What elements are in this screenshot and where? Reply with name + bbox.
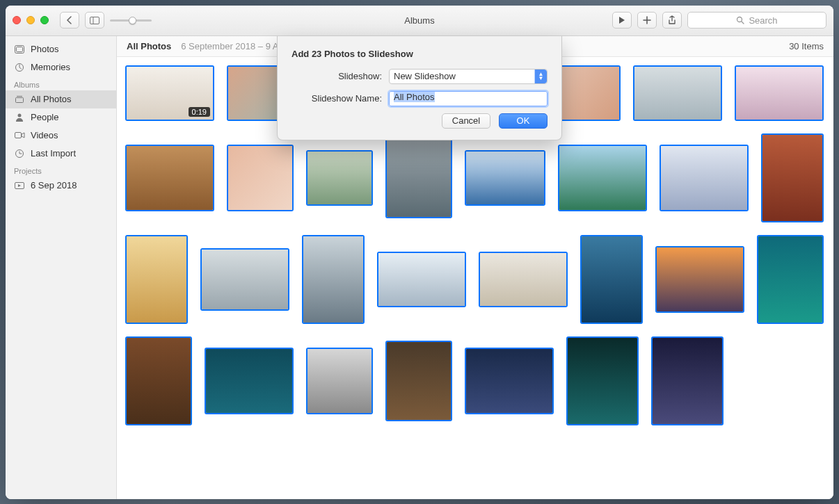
sidebar-toggle-button[interactable] — [85, 12, 104, 29]
photos-icon — [14, 44, 25, 55]
photo-thumbnail[interactable] — [655, 246, 744, 313]
photo-thumbnail[interactable] — [761, 133, 824, 222]
sidebar-item-project[interactable]: 6 Sep 2018 — [6, 177, 116, 195]
sidebar-item-memories[interactable]: Memories — [6, 58, 116, 76]
thumbnail-zoom-slider[interactable] — [110, 19, 152, 22]
svg-line-3 — [742, 22, 744, 24]
minimize-window-button[interactable] — [26, 16, 35, 24]
sidebar-item-label: 6 Sep 2018 — [31, 180, 77, 190]
photo-thumbnail[interactable] — [660, 145, 749, 211]
svg-rect-9 — [15, 133, 21, 138]
slideshow-icon — [14, 180, 25, 191]
photo-thumbnail[interactable] — [125, 336, 192, 425]
cancel-button-label: Cancel — [452, 115, 480, 126]
photo-thumbnail[interactable] — [566, 336, 639, 425]
svg-rect-7 — [16, 97, 24, 102]
clock-icon — [14, 148, 25, 159]
stack-icon — [14, 94, 25, 105]
zoom-window-button[interactable] — [40, 16, 49, 24]
svg-point-8 — [18, 113, 22, 117]
memories-icon — [14, 62, 25, 73]
sidebar-item-label: Videos — [31, 130, 58, 140]
sidebar-item-label: Memories — [31, 62, 70, 72]
photo-thumbnail[interactable] — [735, 65, 824, 121]
photo-thumbnail[interactable] — [302, 235, 365, 324]
photo-thumbnail[interactable] — [205, 348, 294, 414]
photo-thumbnail[interactable]: 0:19 — [125, 65, 214, 121]
ok-button-label: OK — [517, 115, 530, 126]
photo-thumbnail[interactable] — [465, 348, 554, 414]
sidebar-item-people[interactable]: People — [6, 108, 116, 127]
photo-thumbnail[interactable] — [377, 252, 466, 307]
cancel-button[interactable]: Cancel — [442, 113, 490, 129]
photo-thumbnail[interactable] — [125, 145, 214, 211]
photo-thumbnail[interactable] — [580, 235, 643, 324]
ok-button[interactable]: OK — [499, 113, 548, 129]
slideshow-select-label: Slideshow: — [291, 71, 382, 81]
slideshow-name-value: All Photos — [394, 92, 435, 102]
person-icon — [14, 112, 25, 123]
app-window: Albums Search Photos — [6, 6, 833, 499]
duration-badge: 0:19 — [189, 107, 210, 117]
photo-thumbnail[interactable] — [651, 336, 724, 425]
video-icon — [14, 130, 25, 141]
sidebar-item-all-photos[interactable]: All Photos — [6, 90, 116, 108]
slideshow-name-label: Slideshow Name: — [291, 93, 382, 104]
photo-thumbnail[interactable] — [633, 65, 722, 121]
titlebar: Albums Search — [6, 6, 833, 36]
content-item-count: 30 Items — [789, 41, 824, 51]
sidebar: Photos Memories Albums All Photos People — [6, 36, 117, 499]
search-input[interactable]: Search — [687, 12, 826, 29]
sidebar-icon — [90, 17, 99, 24]
chevron-left-icon — [66, 16, 73, 24]
add-to-slideshow-dialog: Add 23 Photos to Slideshow Slideshow: Ne… — [277, 36, 562, 140]
photo-thumbnail[interactable] — [558, 145, 647, 211]
photo-thumbnail[interactable] — [757, 235, 824, 324]
chevron-updown-icon: ▲▼ — [534, 70, 547, 83]
slideshow-select-value: New Slideshow — [394, 71, 456, 81]
share-icon — [668, 15, 676, 25]
back-button[interactable] — [60, 12, 79, 29]
share-button[interactable] — [662, 12, 682, 29]
dialog-title: Add 23 Photos to Slideshow — [291, 49, 548, 59]
svg-point-2 — [737, 17, 742, 22]
photo-thumbnail[interactable] — [200, 248, 289, 311]
sidebar-item-last-import[interactable]: Last Import — [6, 145, 116, 163]
sidebar-section-albums: Albums — [6, 76, 116, 90]
sidebar-item-label: Photos — [31, 44, 58, 54]
photo-thumbnail[interactable] — [306, 348, 373, 414]
slideshow-name-input[interactable]: All Photos — [389, 91, 548, 106]
photo-thumbnail[interactable] — [125, 235, 188, 324]
sidebar-item-videos[interactable]: Videos — [6, 127, 116, 145]
photo-thumbnail[interactable] — [306, 150, 373, 206]
photo-thumbnail[interactable] — [385, 341, 452, 421]
play-icon — [618, 16, 625, 24]
add-button[interactable] — [637, 12, 657, 29]
window-controls — [13, 16, 49, 24]
search-placeholder: Search — [749, 15, 777, 26]
close-window-button[interactable] — [13, 16, 21, 24]
svg-rect-5 — [17, 47, 23, 51]
slideshow-select[interactable]: New Slideshow ▲▼ — [389, 69, 548, 84]
photo-thumbnail[interactable] — [465, 150, 545, 206]
search-icon — [736, 16, 744, 24]
svg-rect-0 — [90, 17, 99, 24]
play-slideshow-button[interactable] — [612, 12, 632, 29]
photo-thumbnail[interactable] — [227, 145, 294, 211]
content-title: All Photos — [127, 41, 171, 51]
plus-icon — [643, 16, 651, 24]
sidebar-section-projects: Projects — [6, 163, 116, 177]
sidebar-item-photos[interactable]: Photos — [6, 40, 116, 58]
sidebar-item-label: All Photos — [31, 94, 72, 104]
photo-thumbnail[interactable] — [385, 138, 452, 218]
sidebar-item-label: Last Import — [31, 148, 76, 158]
photo-thumbnail[interactable] — [479, 252, 568, 307]
sidebar-item-label: People — [31, 112, 58, 122]
